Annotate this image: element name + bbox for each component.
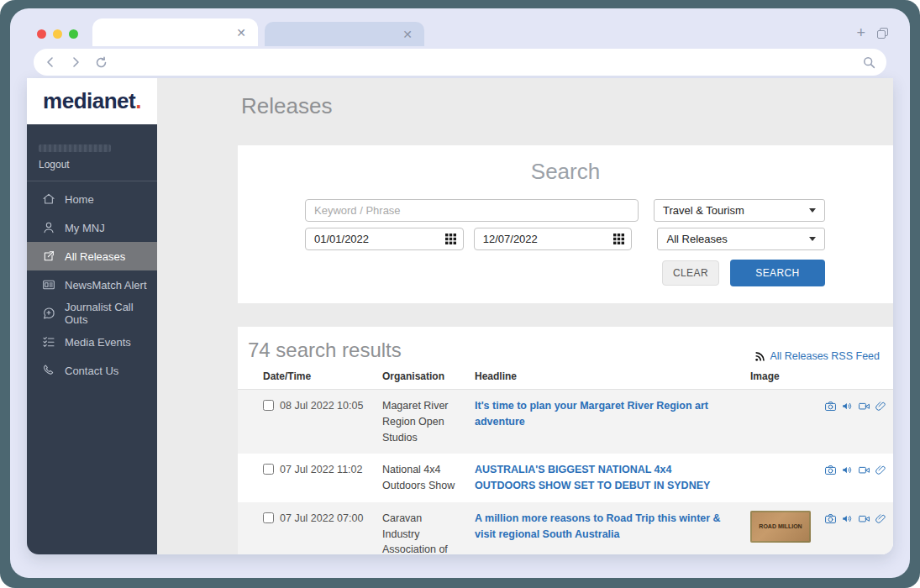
maximize-window-button[interactable] xyxy=(69,29,78,39)
sidebar-divider xyxy=(27,181,157,181)
photo-icon[interactable] xyxy=(824,512,837,525)
release-thumbnail[interactable]: ROAD MILLION xyxy=(750,511,811,543)
photo-icon[interactable] xyxy=(824,400,837,412)
browser-tab-active[interactable]: ✕ xyxy=(92,18,258,46)
audio-icon[interactable] xyxy=(841,400,854,412)
date-from-input[interactable]: 01/01/2022 xyxy=(305,228,464,250)
chevron-down-icon xyxy=(809,237,816,241)
user-icon xyxy=(42,221,55,234)
video-icon[interactable] xyxy=(858,400,870,412)
results-panel: 74 search results All Releases RSS Feed … xyxy=(238,327,893,554)
page-title: Releases xyxy=(241,93,332,119)
sidebar-item-contact-us[interactable]: Contact Us xyxy=(27,356,157,385)
device-frame: ✕ ✕ + xyxy=(10,8,910,578)
row-select-checkbox[interactable] xyxy=(263,512,274,523)
calendar-icon[interactable] xyxy=(613,234,624,244)
date-to-input[interactable]: 12/07/2022 xyxy=(474,228,633,250)
search-panel: Search Travel & Tourism xyxy=(238,145,893,303)
row-select-checkbox[interactable] xyxy=(263,464,274,475)
table-row: 07 Jul 2022 07:00 Caravan Industry Assoc… xyxy=(238,502,893,554)
sidebar-item-journalist-call-outs[interactable]: Journalist Call Outs xyxy=(27,299,157,328)
redacted-username xyxy=(39,144,111,152)
search-icon[interactable] xyxy=(863,56,875,69)
close-window-button[interactable] xyxy=(37,29,46,39)
calendar-icon[interactable] xyxy=(445,234,456,244)
logo-band: medianet. xyxy=(27,78,157,124)
sidebar-item-newsmatch-alert[interactable]: NewsMatch Alert xyxy=(27,270,157,299)
sidebar: medianet. Logout Home My MNJ xyxy=(27,78,157,554)
new-tab-icon[interactable]: + xyxy=(856,25,865,40)
browser-tab-inactive[interactable]: ✕ xyxy=(265,22,424,46)
audio-icon[interactable] xyxy=(841,512,854,525)
release-share-icon xyxy=(42,249,55,263)
close-tab-icon[interactable]: ✕ xyxy=(402,29,413,40)
results-table-header: Date/Time Organisation Headline Image xyxy=(238,370,893,390)
reload-icon[interactable] xyxy=(95,56,108,69)
screenshot-stage: ✕ ✕ + xyxy=(0,0,920,588)
close-tab-icon[interactable]: ✕ xyxy=(236,27,246,39)
category-select[interactable]: Travel & Tourism xyxy=(654,199,825,222)
clear-button[interactable]: CLEAR xyxy=(662,260,719,286)
back-icon[interactable] xyxy=(45,56,56,68)
sidebar-item-media-events[interactable]: Media Events xyxy=(27,328,157,356)
sidebar-item-home[interactable]: Home xyxy=(27,185,157,213)
audio-icon[interactable] xyxy=(841,464,854,476)
address-bar[interactable] xyxy=(34,49,886,76)
table-row: 08 Jul 2022 10:05 Magaret River Region O… xyxy=(238,390,893,454)
table-row: 07 Jul 2022 11:02 National 4x4 Outdoors … xyxy=(238,454,893,502)
sidebar-item-my-mnj[interactable]: My MNJ xyxy=(27,213,157,242)
tab-strip: ✕ ✕ + xyxy=(27,18,893,46)
sidebar-item-all-releases[interactable]: All Releases xyxy=(27,242,157,270)
video-icon[interactable] xyxy=(858,464,870,476)
headline-link[interactable]: A million more reasons to Road Trip this… xyxy=(475,511,750,543)
search-button[interactable]: SEARCH xyxy=(730,260,825,286)
medianet-logo[interactable]: medianet. xyxy=(43,88,141,114)
minimize-window-button[interactable] xyxy=(53,29,62,39)
main-content: Releases Search Travel & Tourism xyxy=(157,78,893,554)
headline-link[interactable]: AUSTRALIA'S BIGGEST NATIONAL 4x4 OUTDOOR… xyxy=(475,462,750,494)
attachment-icon[interactable] xyxy=(875,400,887,412)
rss-icon xyxy=(754,351,765,362)
chevron-down-icon xyxy=(809,208,816,213)
video-icon[interactable] xyxy=(858,512,870,525)
photo-icon[interactable] xyxy=(824,464,837,476)
rss-feed-link[interactable]: All Releases RSS Feed xyxy=(754,350,880,362)
attachment-icon[interactable] xyxy=(875,464,887,476)
attachment-icon[interactable] xyxy=(875,512,887,525)
forward-icon[interactable] xyxy=(70,56,81,68)
headline-link[interactable]: It's time to plan your Margaret River Re… xyxy=(475,398,750,430)
phone-icon xyxy=(42,364,55,377)
browser-toolbar xyxy=(27,46,893,78)
row-select-checkbox[interactable] xyxy=(263,400,274,411)
browser-window: ✕ ✕ + xyxy=(27,18,893,554)
home-icon xyxy=(42,192,55,206)
checklist-icon xyxy=(42,335,55,349)
release-type-select[interactable]: All Releases xyxy=(657,228,825,250)
news-card-icon xyxy=(42,278,55,291)
keyword-input[interactable] xyxy=(305,199,639,222)
window-controls xyxy=(37,29,78,39)
speech-bubble-plus-icon xyxy=(42,307,55,320)
logout-link[interactable]: Logout xyxy=(27,155,157,171)
results-count: 74 search results xyxy=(248,339,402,362)
tab-overview-icon[interactable] xyxy=(877,28,888,39)
search-heading: Search xyxy=(238,159,893,185)
